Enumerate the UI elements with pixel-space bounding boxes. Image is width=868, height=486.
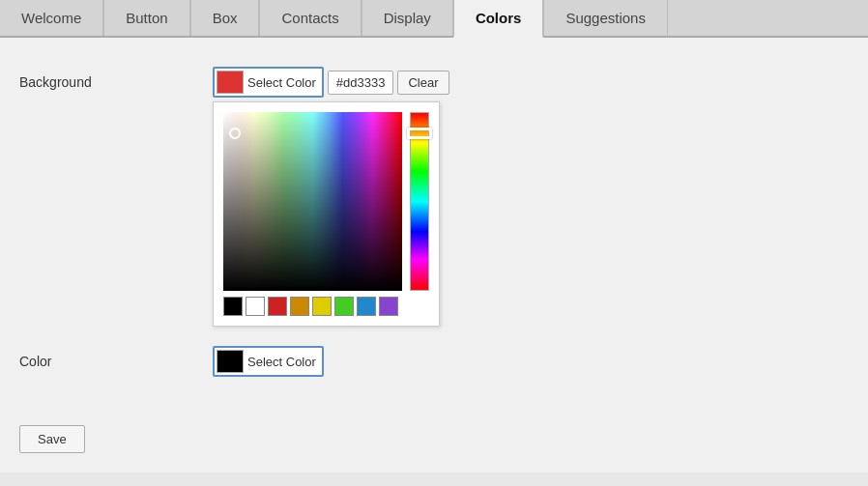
bg-color-swatch xyxy=(217,71,244,94)
preset-purple[interactable] xyxy=(379,297,398,316)
tab-colors[interactable]: Colors xyxy=(453,0,544,38)
color-control-fg: Select Color xyxy=(213,346,324,377)
tab-display[interactable]: Display xyxy=(362,0,453,36)
preset-black[interactable] xyxy=(223,297,243,316)
preset-green[interactable] xyxy=(334,297,354,316)
preset-blue[interactable] xyxy=(357,297,376,316)
preset-yellow[interactable] xyxy=(312,297,332,316)
select-color-label-bg: Select Color xyxy=(247,75,316,90)
tab-bar: Welcome Button Box Contacts Display Colo… xyxy=(0,0,868,38)
hex-value-display: #dd3333 xyxy=(328,71,394,95)
color-picker-popup xyxy=(213,101,440,327)
tab-contacts[interactable]: Contacts xyxy=(259,0,361,36)
tab-button[interactable]: Button xyxy=(103,0,189,36)
color-row: Color Select Color xyxy=(19,346,849,377)
preset-orange[interactable] xyxy=(290,297,309,316)
tab-welcome[interactable]: Welcome xyxy=(0,0,103,36)
background-row: Background Select Color #dd3333 Clear xyxy=(19,67,849,327)
select-color-button-bg[interactable]: Select Color xyxy=(213,67,324,98)
color-label: Color xyxy=(19,346,213,369)
black-overlay xyxy=(223,112,402,291)
background-label: Background xyxy=(19,67,213,90)
fg-color-swatch xyxy=(217,350,244,373)
save-button[interactable]: Save xyxy=(19,425,85,453)
tab-suggestions[interactable]: Suggestions xyxy=(543,0,668,36)
tab-box[interactable]: Box xyxy=(190,0,260,36)
main-content: Background Select Color #dd3333 Clear xyxy=(0,38,868,472)
color-control-bg: Select Color #dd3333 Clear xyxy=(213,67,449,98)
preset-red[interactable] xyxy=(268,297,287,316)
preset-swatches xyxy=(223,297,429,316)
background-controls: Select Color #dd3333 Clear xyxy=(213,67,449,327)
picker-main xyxy=(223,112,429,291)
hue-track xyxy=(410,112,429,291)
clear-button[interactable]: Clear xyxy=(397,71,448,95)
hue-slider[interactable] xyxy=(410,112,429,291)
select-color-label-fg: Select Color xyxy=(247,355,316,369)
select-color-button-fg[interactable]: Select Color xyxy=(213,346,324,377)
preset-white[interactable] xyxy=(246,297,265,316)
color-gradient-area[interactable] xyxy=(223,112,402,291)
